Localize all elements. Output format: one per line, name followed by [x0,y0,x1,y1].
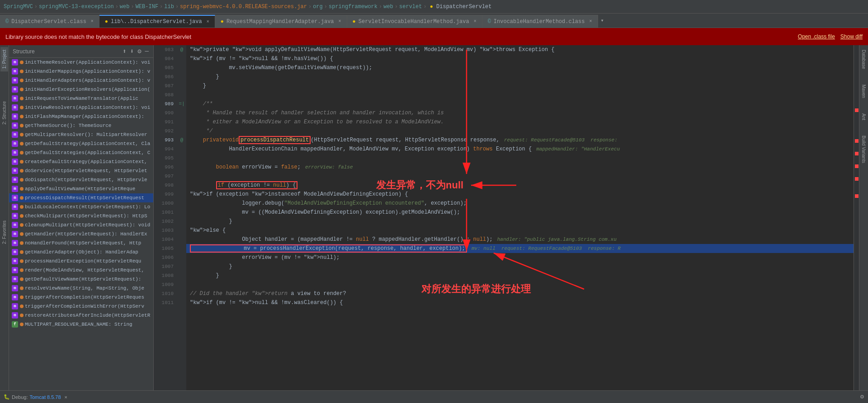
sidebar-item[interactable]: mdoService(HttpServletRequest, HttpServl… [9,166,153,175]
tab-close4-icon[interactable]: × [589,19,592,24]
tab-dispatcher-java[interactable]: ● lib\..DispatcherServlet.java × [99,15,215,28]
visibility-icon [20,214,24,218]
sidebar-item[interactable]: fMULTIPART_RESOLVER_BEAN_NAME: String [9,320,153,329]
method-icon: m [12,213,18,219]
sidebar-item[interactable]: mdoDispatch(HttpServletRequest, HttpServ… [9,175,153,184]
tab-close-icon[interactable]: × [91,19,94,24]
sort-type-icon[interactable]: ⬇ [129,47,135,56]
tab-close-active-icon[interactable]: × [207,19,209,24]
right-tab-ant[interactable]: Ant [860,111,868,123]
left-tab-structure[interactable]: 2: Structure [0,98,8,127]
tab-invocable[interactable]: © InvocableHandlerMethod.class × [482,15,598,28]
sidebar-title: Structure [13,48,35,55]
close-debug-icon[interactable]: × [65,394,67,400]
breadcrumb-module[interactable]: springMVC-13-exeception [39,4,114,10]
line-number: 1009 [154,280,177,289]
left-tab-project[interactable]: 1: Project [0,47,8,71]
sidebar-item[interactable]: minitRequestToViewNameTranslator(Applic [9,94,153,103]
breadcrumb-web2[interactable]: web [383,4,393,10]
sidebar-item[interactable]: mprocessDispatchResult(HttpServletReques… [9,193,153,202]
right-tab-database[interactable]: Database [860,47,868,72]
sidebar-item[interactable]: mgetThemeSource(): ThemeSource [9,121,153,130]
show-diff-button[interactable]: Show diff [840,33,863,40]
line-number: 992 [154,127,177,136]
right-scrollbar[interactable] [854,45,859,390]
line-number: 1003 [154,226,177,235]
gutter-annotation [177,190,186,199]
server-name[interactable]: Tomcat 8.5.78 [29,394,61,400]
sidebar: Structure ⬆ ⬇ ⚙ — minitThemeResolver(App… [9,45,154,390]
sidebar-item[interactable]: mgetDefaultViewName(HttpServletRequest): [9,275,153,284]
main-layout: 1: Project 2: Structure 2: Favorites Str… [0,45,868,390]
sidebar-item[interactable]: minitThemeResolver(ApplicationContext): … [9,58,153,67]
sidebar-item[interactable]: mgetDefaultStrategy(ApplicationContext, … [9,139,153,148]
tab-close2-icon[interactable]: × [339,19,341,24]
sidebar-item[interactable]: mgetDefaultStrategies(ApplicationContext… [9,148,153,157]
sidebar-item[interactable]: mbuildLocaleContext(HttpServletRequest):… [9,202,153,211]
gutter-annotation [177,54,186,63]
sidebar-item[interactable]: mtriggerAfterCompletionWithError(HttpSer… [9,302,153,311]
sidebar-item[interactable]: mrender(ModelAndView, HttpServletRequest… [9,266,153,275]
sidebar-item[interactable]: mgetHandlerAdapter(Object): HandlerAdap [9,248,153,257]
close-sidebar-icon[interactable]: — [144,47,150,56]
line-number: 1004 [154,235,177,244]
tab-servletinvocable[interactable]: ● ServletInvocableHandlerMethod.java × [347,15,482,28]
breadcrumb-springframework[interactable]: springframework [329,4,377,10]
tab-requestmapping[interactable]: ● RequestMappingHandlerAdapter.java × [215,15,347,28]
code-content: 9839849859869879889899909919929939949959… [154,45,859,390]
breadcrumb-org[interactable]: org [313,4,323,10]
warning-actions: Open .class file Show diff [798,33,863,40]
sidebar-item[interactable]: mprocessHandlerException(HttpServletRequ [9,257,153,266]
code-line: Object handler = (mappedHandler != null … [186,235,854,244]
method-icon: m [12,177,18,183]
method-icon: m [12,59,18,66]
sidebar-item-label: processDispatchResult(HttpServletRequest [25,195,144,201]
sidebar-item[interactable]: mcheckMultipart(HttpServletRequest): Htt… [9,211,153,220]
breadcrumb-web[interactable]: web [120,4,130,10]
sidebar-item[interactable]: mapplyDefaultViewName(HttpServletReque [9,184,153,193]
breadcrumb-webinf[interactable]: WEB-INF [136,4,158,10]
sidebar-item[interactable]: minitHandlerAdapters(ApplicationContext)… [9,76,153,85]
tab-close3-icon[interactable]: × [474,19,476,24]
sidebar-item[interactable]: mrestoreAttributesAfterInclude(HttpServl… [9,311,153,320]
sidebar-item[interactable]: mcleanupMultipart(HttpServletRequest): v… [9,220,153,230]
sidebar-item[interactable]: mresolveViewName(String, Map<String, Obj… [9,284,153,293]
sidebar-item[interactable]: minitViewResolvers(ApplicationContext): … [9,103,153,112]
red-box-if: if (exception != null) { [216,181,298,189]
tab-dispatcher-class[interactable]: © DispatcherServlet.class × [0,15,99,28]
breadcrumb-jar[interactable]: spring-webmvc-4.0.0.RELEASE-sources.jar [180,4,307,10]
method-icon: m [12,294,18,300]
sort-alpha-icon[interactable]: ⬆ [122,47,127,56]
settings-gear-icon[interactable]: ⚙ [860,394,864,400]
sidebar-item-label: getDefaultStrategies(ApplicationContext,… [25,150,150,155]
sidebar-item-label: MULTIPART_RESOLVER_BEAN_NAME: String [25,322,132,327]
sidebar-item[interactable]: mgetMultipartResolver(): MultipartResolv… [9,130,153,139]
line-number: 991 [154,117,177,127]
sidebar-item[interactable]: minitFlashMapManager(ApplicationContext)… [9,112,153,121]
code-area: 9839849859869879889899909919929939949959… [154,45,859,390]
sidebar-item[interactable]: mgetHandler(HttpServletRequest): Handler… [9,230,153,239]
breadcrumb-bar: SpringMVC › springMVC-13-exeception › we… [0,0,868,14]
code-scroll[interactable]: 9839849859869879889899909919929939949959… [154,45,859,390]
code-line: } [186,262,854,271]
sidebar-item[interactable]: mtriggerAfterCompletion(HttpServletReque… [9,293,153,302]
tabs-overflow[interactable]: ▾ [598,17,607,24]
breadcrumb-project[interactable]: SpringMVC [4,4,33,10]
breadcrumb-lib[interactable]: lib [164,4,174,10]
sidebar-item[interactable]: minitHandlerExceptionResolvers(Applicati… [9,85,153,94]
sidebar-item[interactable]: mnoHandlerFound(HttpServletRequest, Http [9,239,153,248]
code-line: /** [186,99,854,108]
gutter-annotation [177,63,186,72]
gutter-annotation [177,172,186,181]
breadcrumb-servlet[interactable]: servlet [399,4,422,10]
sidebar-item[interactable]: mcreateDefaultStrategy(ApplicationContex… [9,157,153,166]
sidebar-item[interactable]: minitHandlerMappings(ApplicationContext)… [9,67,153,76]
gutter-annotation [177,90,186,99]
open-class-file-button[interactable]: Open .class file [798,33,835,40]
left-tab-favorites[interactable]: 2: Favorites [0,218,8,247]
right-tab-maven[interactable]: Maven [860,82,868,101]
settings-icon[interactable]: ⚙ [137,47,142,56]
method-icon: m [12,168,18,174]
code-lines[interactable]: "kw">private "kw">void applyDefaultViewN… [186,45,854,390]
right-tab-gradle[interactable]: Build Variants [860,133,868,166]
